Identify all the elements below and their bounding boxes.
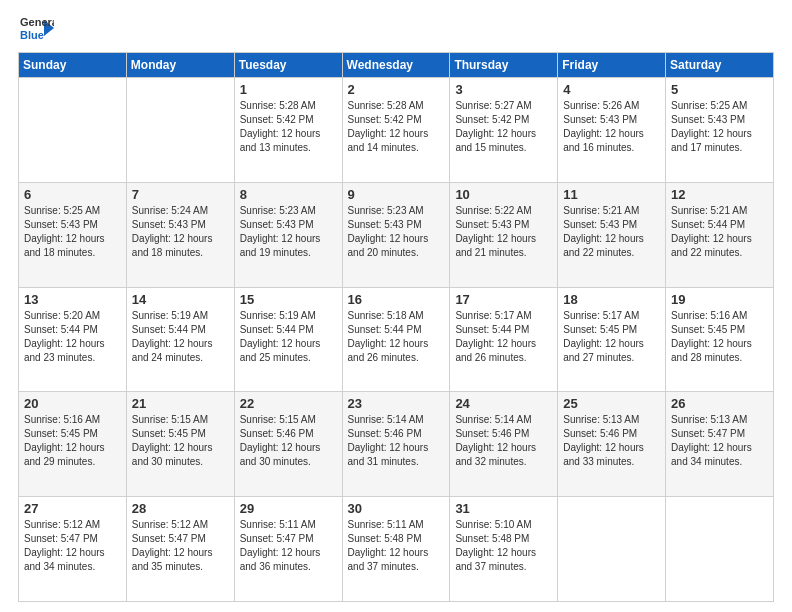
day-number: 21 bbox=[132, 396, 229, 411]
calendar-cell: 11Sunrise: 5:21 AM Sunset: 5:43 PM Dayli… bbox=[558, 182, 666, 287]
day-info: Sunrise: 5:13 AM Sunset: 5:46 PM Dayligh… bbox=[563, 413, 660, 469]
day-number: 15 bbox=[240, 292, 337, 307]
day-info: Sunrise: 5:18 AM Sunset: 5:44 PM Dayligh… bbox=[348, 309, 445, 365]
calendar-cell: 5Sunrise: 5:25 AM Sunset: 5:43 PM Daylig… bbox=[666, 78, 774, 183]
day-info: Sunrise: 5:23 AM Sunset: 5:43 PM Dayligh… bbox=[348, 204, 445, 260]
calendar-cell: 15Sunrise: 5:19 AM Sunset: 5:44 PM Dayli… bbox=[234, 287, 342, 392]
svg-text:Blue: Blue bbox=[20, 29, 44, 41]
calendar-cell: 2Sunrise: 5:28 AM Sunset: 5:42 PM Daylig… bbox=[342, 78, 450, 183]
day-info: Sunrise: 5:24 AM Sunset: 5:43 PM Dayligh… bbox=[132, 204, 229, 260]
day-info: Sunrise: 5:20 AM Sunset: 5:44 PM Dayligh… bbox=[24, 309, 121, 365]
day-info: Sunrise: 5:12 AM Sunset: 5:47 PM Dayligh… bbox=[132, 518, 229, 574]
col-header-monday: Monday bbox=[126, 53, 234, 78]
calendar-cell: 19Sunrise: 5:16 AM Sunset: 5:45 PM Dayli… bbox=[666, 287, 774, 392]
calendar-cell: 16Sunrise: 5:18 AM Sunset: 5:44 PM Dayli… bbox=[342, 287, 450, 392]
day-number: 29 bbox=[240, 501, 337, 516]
day-number: 12 bbox=[671, 187, 768, 202]
calendar-cell: 23Sunrise: 5:14 AM Sunset: 5:46 PM Dayli… bbox=[342, 392, 450, 497]
col-header-friday: Friday bbox=[558, 53, 666, 78]
day-number: 16 bbox=[348, 292, 445, 307]
calendar-cell: 4Sunrise: 5:26 AM Sunset: 5:43 PM Daylig… bbox=[558, 78, 666, 183]
day-info: Sunrise: 5:21 AM Sunset: 5:44 PM Dayligh… bbox=[671, 204, 768, 260]
day-info: Sunrise: 5:12 AM Sunset: 5:47 PM Dayligh… bbox=[24, 518, 121, 574]
day-info: Sunrise: 5:25 AM Sunset: 5:43 PM Dayligh… bbox=[24, 204, 121, 260]
day-info: Sunrise: 5:27 AM Sunset: 5:42 PM Dayligh… bbox=[455, 99, 552, 155]
calendar-cell bbox=[19, 78, 127, 183]
day-info: Sunrise: 5:21 AM Sunset: 5:43 PM Dayligh… bbox=[563, 204, 660, 260]
calendar-cell: 8Sunrise: 5:23 AM Sunset: 5:43 PM Daylig… bbox=[234, 182, 342, 287]
calendar-cell: 27Sunrise: 5:12 AM Sunset: 5:47 PM Dayli… bbox=[19, 497, 127, 602]
col-header-saturday: Saturday bbox=[666, 53, 774, 78]
calendar-cell: 30Sunrise: 5:11 AM Sunset: 5:48 PM Dayli… bbox=[342, 497, 450, 602]
day-info: Sunrise: 5:28 AM Sunset: 5:42 PM Dayligh… bbox=[240, 99, 337, 155]
day-info: Sunrise: 5:11 AM Sunset: 5:48 PM Dayligh… bbox=[348, 518, 445, 574]
day-number: 7 bbox=[132, 187, 229, 202]
page-header: General Blue bbox=[18, 10, 774, 46]
day-info: Sunrise: 5:28 AM Sunset: 5:42 PM Dayligh… bbox=[348, 99, 445, 155]
day-number: 6 bbox=[24, 187, 121, 202]
col-header-tuesday: Tuesday bbox=[234, 53, 342, 78]
calendar-cell bbox=[558, 497, 666, 602]
calendar-cell: 26Sunrise: 5:13 AM Sunset: 5:47 PM Dayli… bbox=[666, 392, 774, 497]
calendar-cell: 3Sunrise: 5:27 AM Sunset: 5:42 PM Daylig… bbox=[450, 78, 558, 183]
calendar-cell: 1Sunrise: 5:28 AM Sunset: 5:42 PM Daylig… bbox=[234, 78, 342, 183]
day-info: Sunrise: 5:15 AM Sunset: 5:45 PM Dayligh… bbox=[132, 413, 229, 469]
calendar-cell: 18Sunrise: 5:17 AM Sunset: 5:45 PM Dayli… bbox=[558, 287, 666, 392]
day-number: 28 bbox=[132, 501, 229, 516]
logo: General Blue bbox=[18, 10, 54, 46]
day-number: 23 bbox=[348, 396, 445, 411]
day-info: Sunrise: 5:26 AM Sunset: 5:43 PM Dayligh… bbox=[563, 99, 660, 155]
calendar-cell: 20Sunrise: 5:16 AM Sunset: 5:45 PM Dayli… bbox=[19, 392, 127, 497]
day-info: Sunrise: 5:11 AM Sunset: 5:47 PM Dayligh… bbox=[240, 518, 337, 574]
calendar-cell: 22Sunrise: 5:15 AM Sunset: 5:46 PM Dayli… bbox=[234, 392, 342, 497]
day-number: 17 bbox=[455, 292, 552, 307]
day-number: 18 bbox=[563, 292, 660, 307]
calendar-cell: 31Sunrise: 5:10 AM Sunset: 5:48 PM Dayli… bbox=[450, 497, 558, 602]
calendar-page: General Blue SundayMondayTuesdayWednesda… bbox=[0, 0, 792, 612]
calendar-week-row: 27Sunrise: 5:12 AM Sunset: 5:47 PM Dayli… bbox=[19, 497, 774, 602]
day-info: Sunrise: 5:17 AM Sunset: 5:45 PM Dayligh… bbox=[563, 309, 660, 365]
calendar-week-row: 20Sunrise: 5:16 AM Sunset: 5:45 PM Dayli… bbox=[19, 392, 774, 497]
calendar-cell: 21Sunrise: 5:15 AM Sunset: 5:45 PM Dayli… bbox=[126, 392, 234, 497]
calendar-cell: 13Sunrise: 5:20 AM Sunset: 5:44 PM Dayli… bbox=[19, 287, 127, 392]
calendar-cell: 6Sunrise: 5:25 AM Sunset: 5:43 PM Daylig… bbox=[19, 182, 127, 287]
day-info: Sunrise: 5:15 AM Sunset: 5:46 PM Dayligh… bbox=[240, 413, 337, 469]
day-number: 22 bbox=[240, 396, 337, 411]
calendar-cell: 12Sunrise: 5:21 AM Sunset: 5:44 PM Dayli… bbox=[666, 182, 774, 287]
calendar-cell: 29Sunrise: 5:11 AM Sunset: 5:47 PM Dayli… bbox=[234, 497, 342, 602]
day-number: 27 bbox=[24, 501, 121, 516]
calendar-header-row: SundayMondayTuesdayWednesdayThursdayFrid… bbox=[19, 53, 774, 78]
calendar-cell bbox=[126, 78, 234, 183]
day-info: Sunrise: 5:14 AM Sunset: 5:46 PM Dayligh… bbox=[348, 413, 445, 469]
day-info: Sunrise: 5:23 AM Sunset: 5:43 PM Dayligh… bbox=[240, 204, 337, 260]
day-info: Sunrise: 5:10 AM Sunset: 5:48 PM Dayligh… bbox=[455, 518, 552, 574]
calendar-cell: 25Sunrise: 5:13 AM Sunset: 5:46 PM Dayli… bbox=[558, 392, 666, 497]
day-number: 24 bbox=[455, 396, 552, 411]
calendar-cell: 7Sunrise: 5:24 AM Sunset: 5:43 PM Daylig… bbox=[126, 182, 234, 287]
day-info: Sunrise: 5:16 AM Sunset: 5:45 PM Dayligh… bbox=[671, 309, 768, 365]
logo-icon: General Blue bbox=[18, 10, 54, 46]
day-number: 19 bbox=[671, 292, 768, 307]
day-number: 25 bbox=[563, 396, 660, 411]
calendar-cell: 10Sunrise: 5:22 AM Sunset: 5:43 PM Dayli… bbox=[450, 182, 558, 287]
day-number: 9 bbox=[348, 187, 445, 202]
calendar-week-row: 1Sunrise: 5:28 AM Sunset: 5:42 PM Daylig… bbox=[19, 78, 774, 183]
day-number: 31 bbox=[455, 501, 552, 516]
day-info: Sunrise: 5:25 AM Sunset: 5:43 PM Dayligh… bbox=[671, 99, 768, 155]
day-info: Sunrise: 5:14 AM Sunset: 5:46 PM Dayligh… bbox=[455, 413, 552, 469]
col-header-sunday: Sunday bbox=[19, 53, 127, 78]
day-number: 13 bbox=[24, 292, 121, 307]
day-info: Sunrise: 5:16 AM Sunset: 5:45 PM Dayligh… bbox=[24, 413, 121, 469]
calendar-week-row: 6Sunrise: 5:25 AM Sunset: 5:43 PM Daylig… bbox=[19, 182, 774, 287]
day-number: 8 bbox=[240, 187, 337, 202]
day-number: 20 bbox=[24, 396, 121, 411]
svg-text:General: General bbox=[20, 16, 54, 28]
day-number: 2 bbox=[348, 82, 445, 97]
calendar-cell bbox=[666, 497, 774, 602]
day-number: 26 bbox=[671, 396, 768, 411]
calendar-cell: 17Sunrise: 5:17 AM Sunset: 5:44 PM Dayli… bbox=[450, 287, 558, 392]
day-info: Sunrise: 5:19 AM Sunset: 5:44 PM Dayligh… bbox=[240, 309, 337, 365]
calendar-week-row: 13Sunrise: 5:20 AM Sunset: 5:44 PM Dayli… bbox=[19, 287, 774, 392]
col-header-wednesday: Wednesday bbox=[342, 53, 450, 78]
day-info: Sunrise: 5:19 AM Sunset: 5:44 PM Dayligh… bbox=[132, 309, 229, 365]
